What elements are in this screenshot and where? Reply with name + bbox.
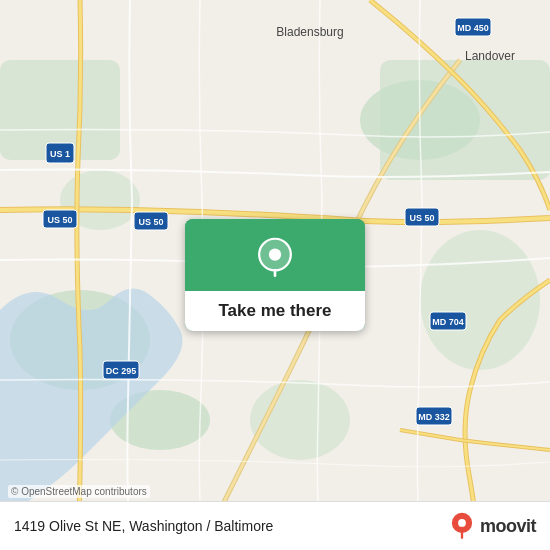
svg-point-32	[458, 519, 466, 527]
bottom-bar: 1419 Olive St NE, Washington / Baltimore…	[0, 501, 550, 550]
svg-text:Landover: Landover	[465, 49, 515, 63]
svg-text:MD 332: MD 332	[418, 412, 450, 422]
svg-rect-3	[380, 60, 550, 180]
svg-point-30	[269, 248, 281, 260]
svg-text:US 1: US 1	[50, 149, 70, 159]
svg-text:MD 704: MD 704	[432, 317, 464, 327]
moovit-logo: moovit	[448, 512, 536, 540]
moovit-logo-icon	[448, 512, 476, 540]
take-me-there-button[interactable]: Take me there	[185, 219, 365, 331]
address-text: 1419 Olive St NE, Washington / Baltimore	[14, 518, 273, 534]
svg-text:US 50: US 50	[138, 217, 163, 227]
svg-text:MD 450: MD 450	[457, 23, 489, 33]
svg-text:Bladensburg: Bladensburg	[276, 25, 343, 39]
address-section: 1419 Olive St NE, Washington / Baltimore	[14, 518, 273, 534]
copyright-text: © OpenStreetMap contributors	[8, 485, 150, 498]
svg-text:DC 295: DC 295	[106, 366, 137, 376]
take-me-there-label: Take me there	[185, 291, 365, 331]
moovit-text: moovit	[480, 516, 536, 537]
svg-text:US 50: US 50	[47, 215, 72, 225]
map-container: US 1 US 50 US 50 US 50 MD 450 DC 295 DC …	[0, 0, 550, 550]
svg-text:US 50: US 50	[409, 213, 434, 223]
location-pin-icon	[253, 237, 297, 281]
button-icon-area	[185, 219, 365, 291]
